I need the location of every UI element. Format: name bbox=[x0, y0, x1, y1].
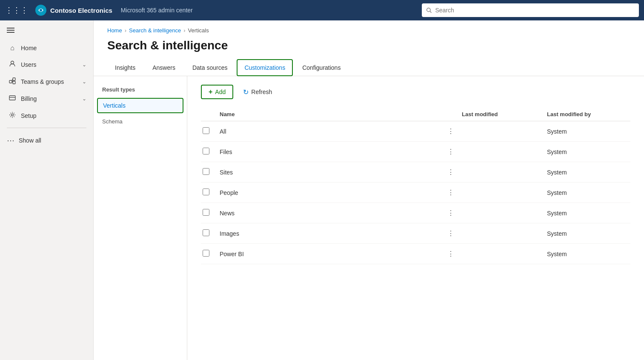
refresh-label: Refresh bbox=[251, 89, 272, 95]
breadcrumb-sep-2: › bbox=[183, 27, 185, 34]
ellipsis-icon: ⋯ bbox=[7, 136, 14, 145]
table-row: People ⋮ System bbox=[201, 183, 630, 203]
row-people-last-modified-by: System bbox=[545, 189, 630, 196]
row-people-checkbox[interactable] bbox=[201, 189, 218, 197]
tabs-bar: Insights Answers Data sources Customizat… bbox=[94, 59, 644, 76]
svg-point-1 bbox=[40, 9, 42, 11]
sidebar-item-setup[interactable]: Setup bbox=[0, 107, 93, 124]
row-people-more-button[interactable]: ⋮ bbox=[445, 188, 457, 197]
svg-point-15 bbox=[11, 114, 14, 116]
row-powerbi-checkbox[interactable] bbox=[201, 250, 218, 258]
row-people-actions[interactable]: ⋮ bbox=[443, 188, 460, 197]
sidebar-item-show-all[interactable]: ⋯ Show all bbox=[0, 131, 93, 149]
row-powerbi-actions[interactable]: ⋮ bbox=[443, 249, 460, 259]
sidebar-item-teams-groups[interactable]: Teams & groups ⌄ bbox=[0, 73, 93, 90]
row-sites-name: Sites bbox=[218, 169, 443, 176]
add-button[interactable]: + Add bbox=[201, 85, 233, 99]
global-search-bar[interactable] bbox=[422, 3, 639, 17]
tab-data-sources[interactable]: Data sources bbox=[185, 59, 235, 76]
breadcrumb-current: Verticals bbox=[188, 27, 209, 34]
search-icon bbox=[426, 7, 432, 13]
contoso-logo-icon bbox=[35, 4, 47, 16]
breadcrumb-home[interactable]: Home bbox=[107, 27, 122, 34]
row-powerbi-last-modified-by: System bbox=[545, 251, 630, 257]
row-all-more-button[interactable]: ⋮ bbox=[445, 126, 457, 136]
table-row: Files ⋮ System bbox=[201, 142, 630, 162]
refresh-icon: ↻ bbox=[243, 88, 249, 96]
row-sites-checkbox[interactable] bbox=[201, 168, 218, 176]
sidebar-item-home[interactable]: ⌂ Home bbox=[0, 40, 93, 56]
row-sites-more-button[interactable]: ⋮ bbox=[445, 167, 457, 177]
home-icon: ⌂ bbox=[8, 44, 17, 52]
setup-icon bbox=[8, 111, 17, 120]
sidebar-item-users[interactable]: Users ⌄ bbox=[0, 56, 93, 73]
row-images-more-button[interactable]: ⋮ bbox=[445, 229, 457, 238]
table-row: News ⋮ System bbox=[201, 203, 630, 223]
table-row: Images ⋮ System bbox=[201, 223, 630, 244]
hamburger-icon bbox=[7, 26, 14, 34]
brand-logo[interactable]: Contoso Electronics bbox=[35, 4, 112, 16]
sidebar-item-billing[interactable]: Billing ⌄ bbox=[0, 90, 93, 107]
toolbar: + Add ↻ Refresh bbox=[201, 85, 630, 99]
row-files-checkbox[interactable] bbox=[201, 148, 218, 156]
row-news-name: News bbox=[218, 210, 443, 217]
refresh-button[interactable]: ↻ Refresh bbox=[237, 85, 278, 99]
sidebar-item-users-label: Users bbox=[21, 61, 37, 68]
row-all-name: All bbox=[218, 128, 443, 135]
sidebar-item-teams-label: Teams & groups bbox=[21, 78, 64, 85]
row-files-name: Files bbox=[218, 149, 443, 155]
tab-customizations[interactable]: Customizations bbox=[237, 59, 293, 76]
row-files-actions[interactable]: ⋮ bbox=[443, 147, 460, 157]
grid-icon[interactable]: ⋮⋮⋮ bbox=[5, 6, 28, 15]
row-all-last-modified-by: System bbox=[545, 128, 630, 135]
table-row: Power BI ⋮ System bbox=[201, 244, 630, 264]
row-files-last-modified-by: System bbox=[545, 149, 630, 155]
row-news-last-modified-by: System bbox=[545, 210, 630, 217]
tab-configurations[interactable]: Configurations bbox=[295, 59, 348, 76]
sidebar-divider bbox=[7, 128, 86, 128]
row-sites-actions[interactable]: ⋮ bbox=[443, 167, 460, 177]
top-navigation: ⋮⋮⋮ Contoso Electronics Microsoft 365 ad… bbox=[0, 0, 644, 20]
billing-expand-icon: ⌄ bbox=[82, 96, 86, 102]
content-area: Result types Verticals Schema + Add ↻ Re… bbox=[94, 76, 644, 360]
row-images-actions[interactable]: ⋮ bbox=[443, 229, 460, 238]
left-panel-item-schema[interactable]: Schema bbox=[94, 113, 187, 126]
sidebar-hamburger[interactable] bbox=[0, 20, 93, 40]
left-panel-item-verticals[interactable]: Verticals bbox=[97, 98, 183, 113]
row-news-actions[interactable]: ⋮ bbox=[443, 208, 460, 218]
left-panel-section-title: Result types bbox=[94, 86, 187, 98]
row-people-name: People bbox=[218, 189, 443, 196]
brand-name: Contoso Electronics bbox=[50, 7, 112, 14]
row-files-more-button[interactable]: ⋮ bbox=[445, 147, 457, 157]
sidebar-item-setup-label: Setup bbox=[21, 112, 37, 119]
table-header: Name Last modified Last modified by bbox=[201, 108, 630, 121]
col-last-modified: Last modified bbox=[460, 111, 545, 117]
row-all-actions[interactable]: ⋮ bbox=[443, 126, 460, 136]
users-expand-icon: ⌄ bbox=[82, 62, 86, 68]
tab-answers[interactable]: Answers bbox=[145, 59, 183, 76]
svg-rect-9 bbox=[13, 78, 15, 80]
breadcrumb: Home › Search & intelligence › Verticals bbox=[94, 20, 644, 37]
row-powerbi-more-button[interactable]: ⋮ bbox=[445, 249, 457, 259]
row-news-more-button[interactable]: ⋮ bbox=[445, 208, 457, 218]
row-images-last-modified-by: System bbox=[545, 230, 630, 237]
svg-rect-4 bbox=[7, 28, 14, 29]
row-news-checkbox[interactable] bbox=[201, 209, 218, 217]
row-images-checkbox[interactable] bbox=[201, 229, 218, 237]
table-row: All ⋮ System bbox=[201, 121, 630, 142]
svg-rect-5 bbox=[7, 30, 14, 31]
search-input[interactable] bbox=[435, 7, 635, 14]
row-all-checkbox[interactable] bbox=[201, 127, 218, 135]
sidebar: ⌂ Home Users ⌄ Teams & groups ⌄ bbox=[0, 20, 94, 360]
breadcrumb-search-intelligence[interactable]: Search & intelligence bbox=[129, 27, 181, 34]
teams-expand-icon: ⌄ bbox=[82, 79, 86, 85]
col-name: Name bbox=[218, 111, 443, 117]
sidebar-item-billing-label: Billing bbox=[21, 95, 37, 102]
left-panel: Result types Verticals Schema bbox=[94, 76, 187, 360]
table-row: Sites ⋮ System bbox=[201, 162, 630, 183]
tab-insights[interactable]: Insights bbox=[107, 59, 143, 76]
svg-rect-6 bbox=[7, 32, 14, 33]
billing-icon bbox=[8, 94, 17, 103]
page-title: Search & intelligence bbox=[94, 37, 644, 59]
admin-center-title: Microsoft 365 admin center bbox=[121, 7, 193, 14]
